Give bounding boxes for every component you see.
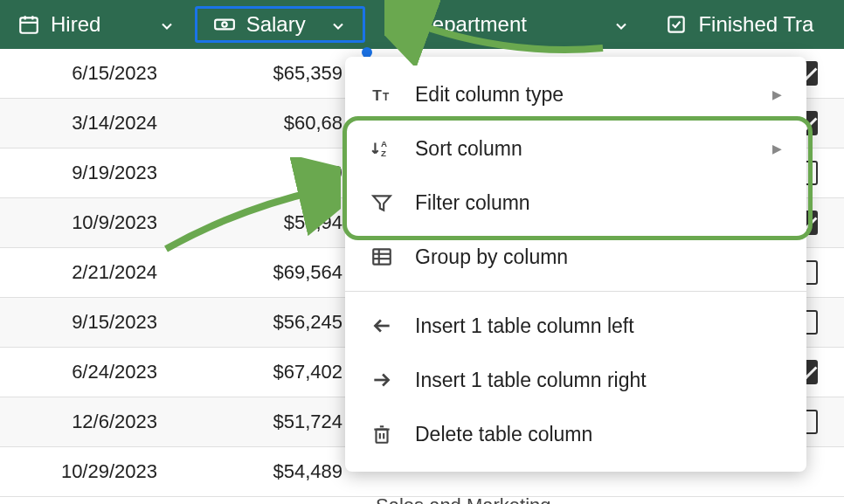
trash-icon (370, 422, 394, 446)
chevron-down-icon[interactable] (329, 16, 347, 33)
column-label: Hired (51, 12, 148, 37)
submenu-arrow-icon: ▶ (772, 87, 782, 101)
partial-cell-text: Sales and Marketing (376, 494, 551, 504)
svg-rect-0 (20, 17, 38, 32)
svg-text:A: A (381, 139, 387, 148)
menu-label: Filter column (415, 191, 782, 215)
svg-text:T: T (372, 86, 382, 104)
chevron-down-icon[interactable] (612, 16, 630, 33)
column-context-menu: TT Edit column type ▶ AZ Sort column ▶ F… (345, 57, 806, 472)
sort-icon: AZ (370, 136, 394, 161)
arrow-right-icon (370, 368, 394, 392)
cell-salary[interactable]: $60,68 (192, 112, 349, 135)
menu-filter-column[interactable]: Filter column (345, 176, 806, 230)
cell-hired[interactable]: 9/19/2023 (0, 162, 192, 184)
cell-hired[interactable]: 9/15/2023 (0, 311, 192, 334)
menu-label: Insert 1 table column right (415, 369, 782, 392)
submenu-arrow-icon: ▶ (772, 142, 782, 155)
cell-hired[interactable]: 2/21/2024 (0, 261, 192, 284)
checkbox-icon (665, 13, 688, 36)
menu-label: Insert 1 table column left (415, 314, 782, 338)
cell-hired[interactable]: 10/29/2023 (0, 460, 192, 483)
column-header-finished[interactable]: Finished Tra (649, 6, 842, 43)
menu-edit-column-type[interactable]: TT Edit column type ▶ (345, 67, 806, 121)
menu-insert-column-right[interactable]: Insert 1 table column right (345, 353, 806, 407)
menu-label: Delete table column (415, 423, 782, 446)
cell-hired[interactable]: 6/15/2023 (0, 62, 192, 85)
currency-icon (213, 13, 236, 36)
cell-salary[interactable]: $56,245 (192, 311, 349, 334)
menu-label: Sort column (415, 137, 751, 161)
svg-point-5 (222, 22, 226, 26)
column-header-department[interactable]: Department (369, 6, 647, 43)
cell-salary[interactable]: $67,402 (192, 361, 349, 383)
svg-rect-6 (387, 21, 405, 29)
svg-rect-13 (373, 249, 391, 264)
chevron-down-icon[interactable] (158, 16, 176, 33)
filter-icon (370, 190, 394, 215)
cell-hired[interactable]: 6/24/2023 (0, 361, 192, 383)
column-header-salary[interactable]: Salary (195, 6, 365, 43)
dropdown-pill-icon (384, 13, 407, 36)
column-header-hired[interactable]: Hired (2, 6, 191, 43)
cell-hired[interactable]: 12/6/2023 (0, 411, 192, 433)
cell-salary[interactable]: $58,94 (192, 211, 349, 234)
menu-insert-column-left[interactable]: Insert 1 table column left (345, 299, 806, 353)
cell-salary[interactable]: $69,564 (192, 261, 349, 284)
cell-hired[interactable]: 3/14/2024 (0, 112, 192, 135)
calendar-icon (17, 13, 40, 36)
menu-label: Edit column type (415, 83, 751, 107)
column-label: Finished Tra (698, 12, 827, 37)
svg-rect-7 (669, 17, 684, 31)
cell-salary[interactable]: $65,359 (192, 62, 349, 85)
text-type-icon: TT (370, 82, 394, 107)
svg-text:Z: Z (381, 148, 386, 158)
column-label: Department (418, 12, 603, 37)
menu-label: Group by column (415, 245, 782, 269)
cell-hired[interactable]: 10/9/2023 (0, 211, 192, 234)
column-headers: Hired Salary Department Finished Tra (0, 0, 844, 49)
svg-rect-19 (377, 430, 388, 443)
cell-salary[interactable]: $51,724 (192, 411, 349, 433)
svg-text:T: T (383, 91, 390, 103)
group-icon (370, 245, 394, 269)
menu-delete-column[interactable]: Delete table column (345, 407, 806, 461)
menu-sort-column[interactable]: AZ Sort column ▶ (345, 121, 806, 176)
column-label: Salary (246, 12, 319, 37)
svg-marker-12 (373, 196, 391, 210)
menu-divider (345, 291, 806, 292)
cell-salary[interactable]: $59 (192, 162, 349, 184)
arrow-left-icon (370, 314, 394, 338)
cell-salary[interactable]: $54,489 (192, 460, 349, 483)
menu-group-by-column[interactable]: Group by column (345, 230, 806, 284)
